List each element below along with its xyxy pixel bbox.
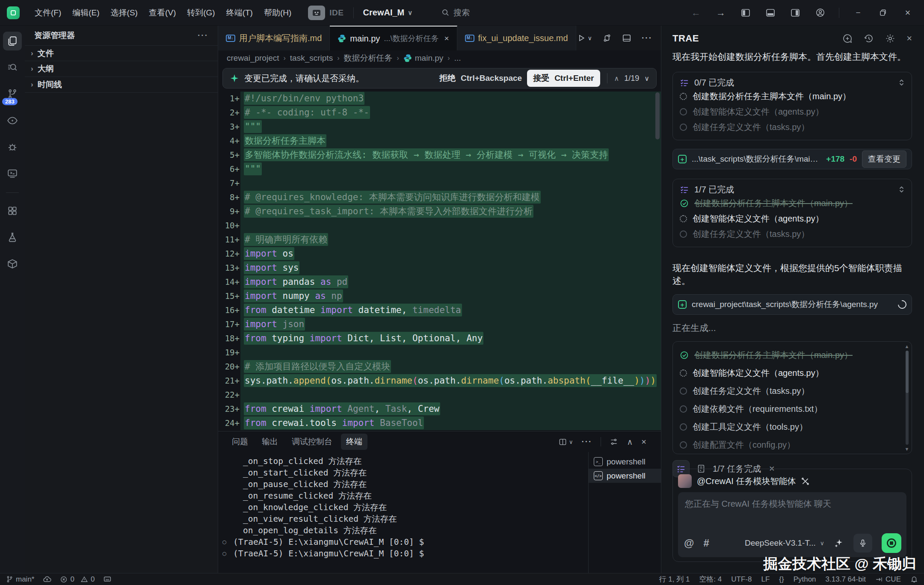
close-icon[interactable]: × — [444, 34, 449, 43]
window-restore-button[interactable] — [877, 7, 889, 19]
mention-button[interactable]: @ — [684, 537, 694, 549]
close-panel-icon[interactable]: × — [906, 33, 912, 44]
more-actions-button[interactable]: ··· — [642, 33, 652, 43]
status-item[interactable]: {} — [779, 575, 784, 584]
sidebar-section-时间线[interactable]: ›时间线 — [25, 77, 218, 93]
source-control-icon[interactable]: 283 — [3, 85, 22, 103]
breadcrumb-item[interactable]: ... — [454, 53, 461, 63]
toggle-left-panel-icon[interactable] — [740, 7, 752, 19]
enhance-icon[interactable] — [834, 538, 844, 548]
test-lab-icon[interactable] — [3, 228, 22, 247]
remote-indicator-icon[interactable] — [103, 576, 112, 583]
menu-item[interactable]: 查看(V) — [149, 7, 176, 18]
panel-tab-调试控制台[interactable]: 调试控制台 — [287, 434, 338, 450]
breadcrumb-item[interactable]: main.py — [403, 53, 444, 63]
debug-icon[interactable] — [3, 138, 22, 157]
expand-collapse-icon[interactable] — [898, 186, 905, 193]
breadcrumb-item[interactable]: 数据分析任务 — [344, 53, 392, 64]
prev-change-button[interactable]: ∧ — [614, 74, 619, 83]
panel-tab-输出[interactable]: 输出 — [257, 434, 283, 450]
status-item[interactable]: 3.13.7 64-bit — [826, 575, 866, 584]
file-change-chip[interactable]: +...\task_scripts\数据分析任务\main.py+178-0查看… — [672, 149, 912, 169]
panel-tab-终端[interactable]: 终端 — [341, 434, 367, 450]
run-button[interactable]: ∨ — [577, 34, 592, 42]
sidebar-section-大纲[interactable]: ›大纲 — [25, 61, 218, 77]
panel-tab-问题[interactable]: 问题 — [227, 434, 253, 450]
maximize-panel-button[interactable]: ∧ — [627, 437, 633, 447]
breadcrumb-item[interactable]: task_scripts — [290, 53, 333, 63]
bell-icon[interactable] — [910, 576, 918, 583]
window-close-button[interactable]: × — [902, 7, 914, 19]
ai-preview-icon[interactable] — [3, 111, 22, 130]
context-button[interactable]: # — [703, 537, 709, 549]
open-layout-icon[interactable] — [622, 33, 631, 43]
close-panel-button[interactable]: × — [641, 437, 646, 447]
menu-item[interactable]: 帮助(H) — [264, 7, 291, 18]
terminal-session[interactable]: >_powershell — [589, 455, 661, 469]
expand-collapse-icon[interactable] — [898, 79, 905, 86]
terminal-session[interactable]: </>powershell — [589, 469, 661, 483]
search-sidebar-icon[interactable] — [3, 58, 22, 77]
git-branch-item[interactable]: main* — [6, 575, 34, 584]
toggle-right-panel-icon[interactable] — [789, 7, 801, 19]
status-item[interactable]: UTF-8 — [731, 575, 752, 584]
model-selector[interactable]: DeepSeek-V3.1-T... ∨ — [745, 538, 824, 548]
workspace-switcher[interactable]: CrewAI_M ∨ — [363, 8, 413, 18]
menu-item[interactable]: 文件(F) — [35, 7, 61, 18]
breadcrumb[interactable]: crewai_project›task_scripts›数据分析任务›main.… — [218, 50, 661, 66]
menu-item[interactable]: 转到(G) — [187, 7, 215, 18]
package-icon[interactable] — [3, 254, 22, 273]
window-minimize-button[interactable]: − — [852, 7, 864, 19]
remote-terminal-icon[interactable] — [3, 164, 22, 183]
editor-scrollbar[interactable] — [655, 92, 660, 139]
tab-path-suffix: ...\数据分析任务 — [384, 33, 438, 44]
sidebar-section-文件[interactable]: ›文件 — [25, 45, 218, 61]
nav-back-button[interactable]: ← — [690, 7, 702, 19]
menu-item[interactable]: 终端(T) — [226, 7, 253, 18]
menu-item[interactable]: 选择(S) — [111, 7, 138, 18]
chat-input[interactable]: 您正在与 CrewAI 任务模块智能体 聊天 @ # DeepSeek-V3.1… — [678, 492, 906, 557]
status-item[interactable]: 行 1, 列 1 — [659, 574, 690, 584]
task-card-header[interactable]: 1/7 已完成 — [680, 183, 905, 195]
problems-item[interactable]: 0 0 — [60, 575, 95, 584]
ide-badge[interactable]: IDE — [308, 6, 344, 20]
editor-tab[interactable]: M↓fix_ui_update_issue.md — [457, 26, 576, 50]
history-icon[interactable] — [864, 33, 874, 44]
status-item[interactable]: 空格: 4 — [699, 574, 722, 584]
status-item[interactable]: LF — [761, 575, 770, 584]
code-editor[interactable]: 1+#!/usr/bin/env python32+# -*- coding: … — [218, 92, 661, 431]
file-change-chip[interactable]: +crewai_project\task_scripts\数据分析任务\agen… — [672, 294, 912, 315]
status-item[interactable]: CUE — [875, 575, 901, 584]
status-item[interactable]: Python — [794, 575, 816, 584]
nav-forward-button[interactable]: → — [715, 7, 727, 19]
stop-send-button[interactable] — [882, 533, 901, 553]
new-chat-icon[interactable] — [842, 33, 853, 44]
terminal-output[interactable]: _on_stop_clicked 方法存在_on_start_clicked 方… — [218, 452, 588, 573]
compare-changes-icon[interactable] — [602, 33, 612, 43]
gear-icon[interactable] — [885, 33, 895, 44]
task-card-header[interactable]: 0/7 已完成 — [680, 77, 905, 89]
section-label: 大纲 — [38, 63, 54, 74]
menu-item[interactable]: 编辑(E) — [72, 7, 99, 18]
error-icon — [60, 576, 68, 583]
ide-label: IDE — [329, 8, 344, 18]
toggle-bottom-panel-icon[interactable] — [764, 7, 776, 19]
extensions-icon[interactable] — [3, 201, 22, 220]
terminal-profile-icon[interactable] — [610, 437, 618, 446]
card-scrollbar[interactable]: ▲▼ — [904, 344, 910, 452]
sync-cloud-icon[interactable] — [43, 575, 51, 584]
explorer-more-button[interactable]: ··· — [198, 31, 208, 40]
editor-tab[interactable]: M↓用户脚本编写指南.md — [218, 26, 330, 50]
global-search[interactable]: 搜索 — [441, 7, 470, 18]
view-changes-button[interactable]: 查看变更 — [862, 151, 906, 168]
breadcrumb-item[interactable]: crewai_project — [227, 53, 279, 63]
explorer-icon[interactable] — [3, 32, 22, 50]
panel-more-button[interactable]: ··· — [581, 437, 592, 446]
next-change-button[interactable]: ∨ — [644, 74, 649, 83]
account-icon[interactable] — [814, 7, 826, 19]
reject-button[interactable]: 拒绝 Ctrl+Backspace — [439, 73, 522, 84]
accept-button[interactable]: 接受 Ctrl+Enter — [527, 70, 600, 87]
mic-button[interactable] — [853, 534, 872, 552]
split-terminal-button[interactable]: ∨ — [559, 438, 573, 446]
editor-tab[interactable]: main.py...\数据分析任务× — [330, 26, 457, 50]
